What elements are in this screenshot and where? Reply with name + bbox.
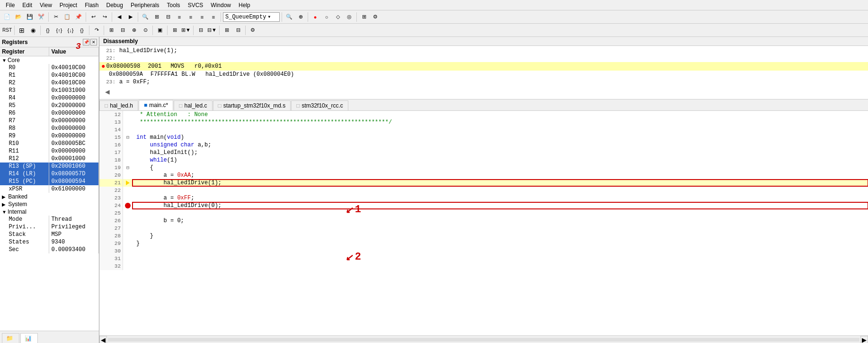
tb-btn9[interactable]: ≡ — [197, 12, 207, 22]
reg-row[interactable]: R15 (PC)0x08000594 — [0, 178, 99, 185]
tb-settings-btn[interactable]: ⚙ — [370, 12, 381, 22]
int-expand[interactable]: ▼ — [2, 209, 7, 215]
t2-btn14[interactable]: ⊞▼ — [181, 25, 191, 36]
reg-row[interactable]: R100x080005BC — [0, 140, 99, 147]
undo-btn[interactable]: ↩ — [88, 12, 98, 22]
registers-scroll[interactable]: Register Value ▼ Core R00x40010C00 R10x4… — [0, 47, 99, 331]
menu-view[interactable]: View — [36, 1, 56, 9]
scroll-left-btn[interactable]: ◀ — [99, 336, 107, 343]
tb-step-btn[interactable]: ◇ — [333, 12, 343, 22]
menu-debug[interactable]: Debug — [103, 1, 127, 9]
menu-svcs[interactable]: SVCS — [184, 1, 207, 9]
scroll-right-btn[interactable]: ▶ — [860, 336, 868, 343]
tb-stop-btn[interactable]: ○ — [321, 12, 332, 22]
reg-row[interactable]: R50x20000000 — [0, 102, 99, 109]
code-editor[interactable]: 12 * Attention : None 13 ***************… — [99, 111, 868, 335]
t2-btn15[interactable]: ⊟ — [195, 25, 206, 36]
tb-search-btn[interactable]: 🔍 — [284, 12, 294, 22]
reg-row[interactable]: R40x00000000 — [0, 94, 99, 102]
menu-peripherals[interactable]: Peripherals — [127, 1, 163, 9]
reg-row[interactable]: xPSR0x61000000 — [0, 185, 99, 193]
tb-btn8[interactable]: ≡ — [186, 12, 196, 22]
expand-19[interactable]: ⊟ — [126, 165, 129, 171]
expand-15[interactable]: ⊟ — [126, 135, 129, 140]
panel-pin-btn[interactable]: 📌 — [83, 39, 89, 45]
menu-tools[interactable]: Tools — [163, 1, 184, 9]
reg-row[interactable]: R60x00000000 — [0, 109, 99, 117]
tab-rcc[interactable]: □ stm32f10x_rcc.c — [291, 100, 348, 110]
t2-btn11[interactable]: ⊙ — [140, 25, 151, 36]
reg-row[interactable]: R14 (LR)0x0800057D — [0, 170, 99, 178]
tb-display-btn[interactable]: ⊞ — [359, 12, 369, 22]
t2-btn16[interactable]: ⊟▼ — [207, 25, 217, 36]
t2-btn5[interactable]: {↓} — [65, 25, 76, 36]
redo-btn[interactable]: ↪ — [99, 12, 110, 22]
reg-row[interactable]: R70x00000000 — [0, 117, 99, 125]
reg-row[interactable]: R00x40010C00 — [0, 64, 99, 72]
tb-run-btn[interactable]: ● — [310, 12, 320, 22]
menu-window[interactable]: Window — [207, 1, 235, 9]
tab-project[interactable]: 📁 — [2, 333, 19, 343]
h-scrollbar[interactable]: ◀ ▶ — [99, 335, 868, 343]
menu-flash[interactable]: Flash — [81, 1, 102, 9]
new-btn[interactable]: 📄 — [2, 12, 12, 22]
forward-btn[interactable]: ▶ — [125, 12, 136, 22]
tb-btn5[interactable]: ⊞ — [151, 12, 162, 22]
paste-btn[interactable]: 📌 — [73, 12, 84, 22]
t2-btn13[interactable]: ⊞ — [169, 25, 180, 36]
t2-btn18[interactable]: ⊟ — [233, 25, 243, 36]
rst-btn[interactable]: RST — [2, 25, 12, 36]
scroll-track[interactable] — [108, 338, 859, 342]
t2-btn4[interactable]: {↑} — [54, 25, 64, 36]
sys-expand[interactable]: ▶ — [2, 202, 6, 207]
menu-file[interactable]: File — [2, 1, 18, 9]
tab-main-c[interactable]: ■ main.c* — [139, 100, 173, 110]
menu-help[interactable]: Help — [235, 1, 254, 9]
reg-value: 0x10031000 — [49, 87, 99, 94]
find-btn[interactable]: 🔍 — [140, 12, 151, 22]
tb-btn7[interactable]: ≡ — [174, 12, 185, 22]
t2-btn7[interactable]: ↷ — [91, 25, 102, 36]
reg-row[interactable]: R20x40010C00 — [0, 79, 99, 87]
tb-btn10[interactable]: ≡ — [208, 12, 219, 22]
back-btn[interactable]: ◀ — [114, 12, 124, 22]
save-btn[interactable]: 💾 — [25, 12, 35, 22]
gutter-26: 26 — [99, 217, 123, 225]
menu-edit[interactable]: Edit — [18, 1, 36, 9]
t2-btn19[interactable]: ⚙ — [248, 25, 258, 36]
t2-btn3[interactable]: {} — [43, 25, 53, 36]
cut-btn[interactable]: ✂ — [51, 12, 61, 22]
reg-row[interactable]: R80x00000000 — [0, 125, 99, 132]
t2-btn9[interactable]: ⊟ — [117, 25, 128, 36]
reg-row[interactable]: R120x00001000 — [0, 155, 99, 162]
t2-btn1[interactable]: ⊞ — [17, 25, 27, 36]
copy-btn[interactable]: 📋 — [62, 12, 72, 22]
tab-registers[interactable]: 📊 — [20, 333, 38, 343]
core-expand[interactable]: ▼ — [2, 58, 7, 63]
tb-bookmark-btn[interactable]: ⊕ — [295, 12, 306, 22]
t2-btn17[interactable]: ⊞ — [221, 25, 232, 36]
t2-btn6[interactable]: {} — [77, 25, 87, 36]
reg-row[interactable]: R10x40010C00 — [0, 72, 99, 79]
internal-value: 9340 — [49, 238, 99, 246]
t2-btn8[interactable]: ⊞ — [106, 25, 116, 36]
internal-name: Sec — [0, 246, 49, 253]
function-dropdown[interactable]: S_QueueEmpty ▼ — [223, 12, 280, 22]
tab-hal-led-c[interactable]: □ hal_led.c — [174, 100, 212, 110]
t2-btn2[interactable]: ◉ — [28, 25, 38, 36]
tb-btn4[interactable]: ✂️ — [36, 12, 46, 22]
reg-row[interactable]: R30x10031000 — [0, 87, 99, 94]
tb-target-btn[interactable]: ◎ — [344, 12, 354, 22]
reg-row[interactable]: R110x00000000 — [0, 147, 99, 155]
tab-hal-led-h[interactable]: □ hal_led.h — [99, 100, 138, 110]
reg-row[interactable]: R13 (SP)0x20001060 — [0, 162, 99, 170]
tab-startup[interactable]: □ startup_stm32f10x_md.s — [213, 100, 291, 110]
t2-btn12[interactable]: ▣ — [155, 25, 165, 36]
menu-project[interactable]: Project — [56, 1, 81, 9]
reg-row[interactable]: R90x00000000 — [0, 132, 99, 140]
tb-btn6[interactable]: ⊟ — [163, 12, 173, 22]
t2-btn10[interactable]: ⊕ — [129, 25, 139, 36]
panel-close-btn[interactable]: ✕ — [90, 39, 97, 45]
banked-expand[interactable]: ▶ — [2, 194, 6, 199]
open-btn[interactable]: 📂 — [13, 12, 24, 22]
